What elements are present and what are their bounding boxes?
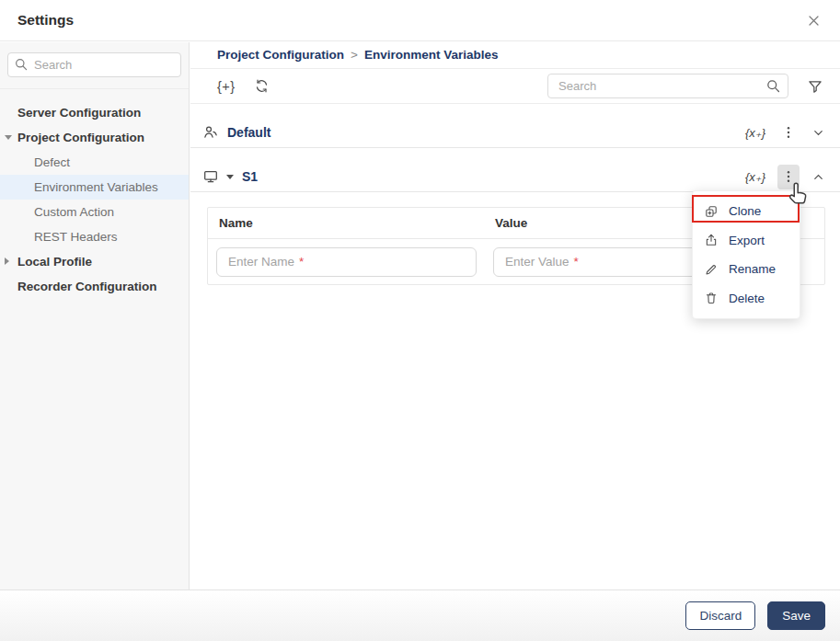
sidebar-item-project-configuration[interactable]: Project Configuration [0, 125, 189, 150]
context-menu: Clone Export Rename [692, 190, 800, 319]
insert-variable-icon: {x₊} [745, 126, 765, 140]
sidebar-item-local-profile[interactable]: Local Profile [0, 249, 189, 274]
close-icon [807, 14, 821, 28]
sidebar-item-label: Project Configuration [17, 131, 144, 144]
filter-icon [807, 78, 823, 95]
variables-search-input[interactable] [547, 74, 788, 98]
menu-item-label: Rename [729, 262, 776, 276]
search-icon [14, 57, 29, 72]
toolbar: {+} [190, 69, 840, 104]
chevron-up-icon [811, 170, 825, 184]
menu-item-export[interactable]: Export [693, 226, 800, 256]
chevron-down-icon [811, 126, 825, 140]
breadcrumb-separator: > [351, 42, 358, 68]
section-row-s1[interactable]: S1 {x₊} [190, 162, 840, 192]
menu-item-delete[interactable]: Delete [693, 284, 800, 314]
sidebar-item-label: REST Headers [34, 230, 118, 244]
dialog-title: Settings [17, 12, 74, 29]
users-icon [202, 124, 219, 141]
section-title: S1 [242, 169, 258, 184]
breadcrumb: Project Configuration > Environment Vari… [190, 42, 840, 69]
sidebar-item-label: Custom Action [34, 205, 114, 219]
export-icon [704, 233, 719, 247]
sidebar-item-custom-action[interactable]: Custom Action [0, 200, 189, 224]
menu-item-clone[interactable]: Clone [693, 197, 800, 226]
column-header-name: Name [219, 216, 495, 230]
search-icon [765, 78, 781, 94]
add-variable-icon: {+} [217, 79, 236, 94]
kebab-icon [781, 168, 796, 185]
collapse-button[interactable] [811, 170, 825, 184]
filter-button[interactable] [807, 78, 823, 95]
menu-item-rename[interactable]: Rename [693, 255, 800, 284]
name-input[interactable]: Enter Name * [216, 247, 477, 277]
required-marker: * [574, 255, 579, 269]
expand-button[interactable] [811, 126, 825, 140]
clone-icon [704, 204, 719, 219]
dialog-footer: Discard Save [0, 589, 840, 641]
sidebar-item-label: Defect [34, 155, 70, 169]
variables-search-wrap [547, 74, 788, 98]
kebab-icon [781, 124, 796, 141]
sidebar-nav: Server Configuration Project Configurati… [0, 89, 189, 299]
insert-variable-button[interactable]: {x₊} [745, 126, 765, 140]
save-button[interactable]: Save [767, 601, 825, 630]
kebab-menu-button[interactable] [777, 120, 800, 145]
caret-right-icon [5, 258, 9, 265]
required-marker: * [299, 255, 304, 269]
sidebar: Server Configuration Project Configurati… [0, 42, 190, 589]
value-placeholder: Enter Value [505, 255, 570, 269]
sidebar-item-label: Environment Variables [34, 180, 158, 194]
sidebar-search-wrap [0, 42, 189, 89]
breadcrumb-current: Environment Variables [364, 42, 499, 68]
refresh-icon [254, 78, 270, 94]
main-panel: Project Configuration > Environment Vari… [190, 42, 840, 589]
section-title: Default [227, 125, 270, 140]
discard-button[interactable]: Discard [685, 601, 755, 630]
rename-icon [704, 262, 719, 277]
insert-variable-icon: {x₊} [745, 170, 765, 184]
sidebar-item-label: Local Profile [17, 255, 92, 269]
scope-dropdown-icon[interactable] [226, 175, 234, 179]
delete-icon [704, 291, 719, 305]
caret-down-icon [5, 135, 12, 140]
sidebar-item-defect[interactable]: Defect [0, 150, 189, 175]
section-row-default[interactable]: Default {x₊} [190, 118, 840, 148]
sidebar-item-environment-variables[interactable]: Environment Variables [0, 175, 189, 200]
kebab-menu-button-active[interactable] [777, 165, 800, 189]
name-placeholder: Enter Name [228, 255, 294, 269]
insert-variable-button[interactable]: {x₊} [745, 170, 765, 184]
monitor-icon [202, 168, 219, 185]
sidebar-item-label: Recorder Configuration [17, 280, 157, 293]
add-variable-button[interactable]: {+} [217, 79, 236, 94]
sidebar-item-recorder-configuration[interactable]: Recorder Configuration [0, 274, 189, 299]
sidebar-item-rest-headers[interactable]: REST Headers [0, 224, 189, 249]
refresh-button[interactable] [254, 78, 270, 94]
menu-item-label: Clone [729, 204, 761, 218]
menu-item-label: Export [729, 234, 765, 247]
sidebar-search-input[interactable] [7, 52, 181, 77]
menu-item-label: Delete [729, 292, 765, 305]
sidebar-item-server-configuration[interactable]: Server Configuration [0, 100, 189, 125]
settings-dialog: Settings Server Configuration Project Co… [0, 0, 840, 641]
sidebar-item-label: Server Configuration [17, 106, 141, 120]
close-button[interactable] [803, 10, 823, 30]
breadcrumb-parent[interactable]: Project Configuration [217, 42, 344, 68]
dialog-header: Settings [0, 0, 840, 41]
